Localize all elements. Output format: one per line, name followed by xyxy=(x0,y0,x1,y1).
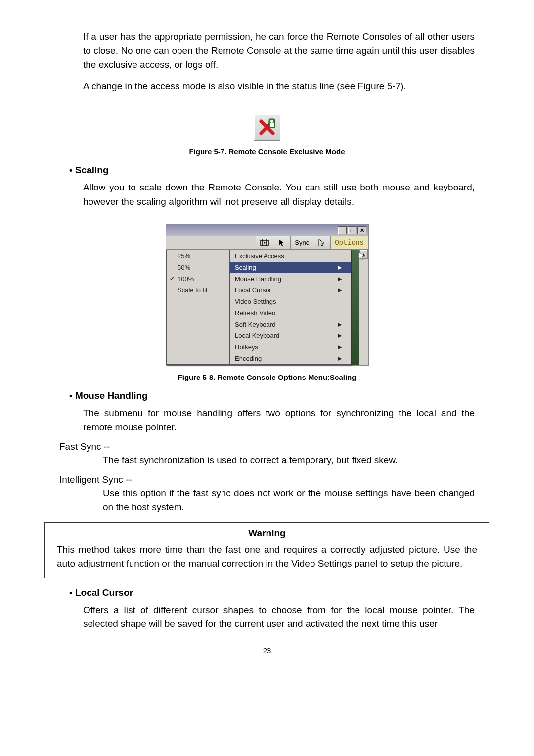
submenu-arrow-icon: ▶ xyxy=(338,344,342,350)
page-number: 23 xyxy=(59,646,475,655)
intelligent-sync-label: Intelligent Sync -- xyxy=(59,474,475,485)
options-menu-item[interactable]: Encoding▶ xyxy=(230,353,351,364)
figure-caption: Figure 5-8. Remote Console Options Menu:… xyxy=(59,373,475,381)
figure-5-8: _ □ ✕ Sync Options 25%50%100%Scale to fi… xyxy=(59,216,475,369)
fast-sync-label: Fast Sync -- xyxy=(59,441,475,452)
options-button[interactable]: Options xyxy=(330,236,368,249)
menu-item-label: Exclusive Access xyxy=(235,252,284,260)
options-menu-item[interactable]: Mouse Handling▶ xyxy=(230,273,351,284)
pointer-icon[interactable] xyxy=(273,236,290,249)
svg-point-1 xyxy=(270,120,273,123)
menu-item-label: Refresh Video xyxy=(235,309,275,317)
heading-mouse-handling: Mouse Handling xyxy=(69,390,475,401)
scaling-submenu: 25%50%100%Scale to fit xyxy=(166,250,229,365)
menu-item-label: Local Keyboard xyxy=(235,332,279,339)
menu-item-label: Soft Keyboard xyxy=(235,321,275,328)
menu-item-label: Mouse Handling xyxy=(235,275,281,283)
options-menu-item[interactable]: Hotkeys▶ xyxy=(230,341,351,353)
paragraph: The fast synchronization is used to corr… xyxy=(103,453,475,468)
options-menu-item[interactable]: Refresh Video xyxy=(230,307,351,319)
menu-item-label: Encoding xyxy=(235,355,262,362)
scaling-option[interactable]: 100% xyxy=(167,273,229,284)
minimize-button[interactable]: _ xyxy=(338,226,347,234)
options-menu: Exclusive AccessScaling▶Mouse Handling▶L… xyxy=(229,250,351,365)
scaling-option[interactable]: 50% xyxy=(167,262,229,273)
close-button[interactable]: ✕ xyxy=(357,226,366,234)
remote-cursor-icon xyxy=(354,251,367,264)
figure-caption: Figure 5-7. Remote Console Exclusive Mod… xyxy=(59,147,475,156)
submenu-arrow-icon: ▶ xyxy=(338,287,342,293)
submenu-arrow-icon: ▶ xyxy=(338,321,342,328)
warning-body: This method takes more time than the fas… xyxy=(57,543,477,571)
submenu-arrow-icon: ▶ xyxy=(338,355,342,362)
svg-rect-2 xyxy=(270,123,274,127)
submenu-arrow-icon: ▶ xyxy=(338,276,342,282)
options-menu-item[interactable]: Scaling▶ xyxy=(230,262,351,273)
figure-5-7 xyxy=(59,100,475,143)
toolbar: Sync Options xyxy=(166,236,368,250)
scaling-option[interactable]: Scale to fit xyxy=(167,284,229,296)
drive-redirection-icon[interactable] xyxy=(256,236,273,249)
window-titlebar: _ □ ✕ xyxy=(166,224,368,236)
paragraph: Use this option if the fast sync does no… xyxy=(103,486,475,515)
menu-item-label: Local Cursor xyxy=(235,286,271,294)
options-menu-item[interactable]: Local Cursor▶ xyxy=(230,284,351,296)
remote-console-window: _ □ ✕ Sync Options 25%50%100%Scale to fi… xyxy=(166,224,368,365)
svg-point-6 xyxy=(264,242,266,243)
submenu-arrow-icon: ▶ xyxy=(338,332,342,339)
options-menu-item[interactable]: Exclusive Access xyxy=(230,250,351,262)
window-body: 25%50%100%Scale to fit Exclusive AccessS… xyxy=(166,250,368,365)
options-menu-item[interactable]: Video Settings xyxy=(230,296,351,307)
paragraph: A change in the access mode is also visi… xyxy=(83,79,475,94)
menu-item-label: Hotkeys xyxy=(235,343,258,351)
paragraph: If a user has the appropriate permission… xyxy=(83,30,475,72)
options-menu-item[interactable]: Local Keyboard▶ xyxy=(230,330,351,341)
warning-title: Warning xyxy=(57,528,477,539)
warning-box: Warning This method takes more time than… xyxy=(44,522,490,578)
paragraph: Allow you to scale down the Remote Conso… xyxy=(83,181,475,209)
sync-button[interactable]: Sync xyxy=(290,236,313,249)
heading-local-cursor: Local Cursor xyxy=(69,587,475,598)
options-menu-item[interactable]: Soft Keyboard▶ xyxy=(230,319,351,330)
exclusive-mode-icon xyxy=(254,114,280,141)
remote-view-strip: ▲ xyxy=(351,250,368,365)
heading-scaling: Scaling xyxy=(69,165,475,176)
submenu-arrow-icon: ▶ xyxy=(338,264,342,271)
scaling-option[interactable]: 25% xyxy=(167,250,229,262)
document-page: If a user has the appropriate permission… xyxy=(0,0,534,674)
maximize-button[interactable]: □ xyxy=(348,226,356,234)
paragraph: The submenu for mouse handling offers tw… xyxy=(83,406,475,434)
vertical-scrollbar[interactable]: ▲ xyxy=(359,250,368,365)
menu-item-label: Video Settings xyxy=(235,298,276,305)
paragraph: Offers a list of different cursor shapes… xyxy=(83,603,475,631)
menu-item-label: Scaling xyxy=(235,264,256,271)
cursor-outline-icon[interactable] xyxy=(313,236,330,249)
